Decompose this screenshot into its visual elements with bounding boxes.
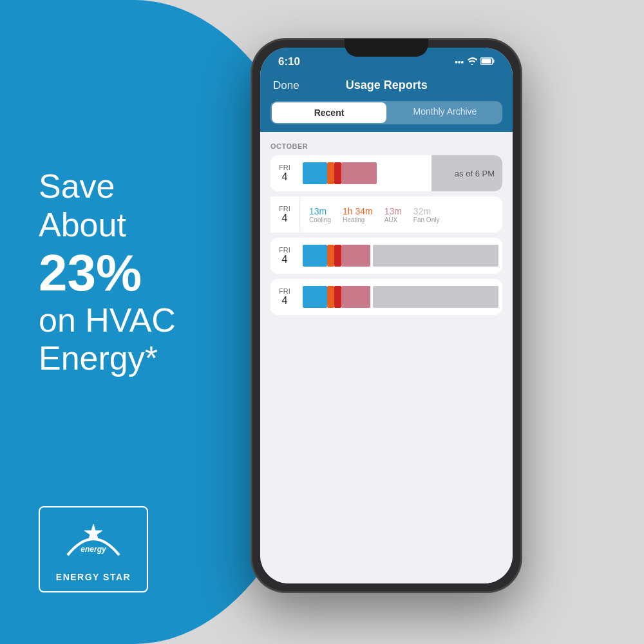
bar-aux — [341, 162, 377, 184]
bar-aux — [341, 245, 370, 267]
signal-icon: ▪▪▪ — [455, 57, 464, 67]
headline-energy: Energy* — [39, 339, 158, 377]
header-title: Usage Reports — [346, 79, 428, 92]
status-icons: ▪▪▪ — [455, 57, 495, 67]
heating-value: 1h 34m — [343, 206, 373, 216]
segment-inner: Recent Monthly Archive — [270, 101, 502, 124]
bar-aux — [341, 286, 370, 308]
detail-stats: 13m Cooling 1h 34m Heating 13m AUX 32m — [299, 196, 502, 232]
date-cell: FRI 4 — [270, 196, 299, 232]
stat-heating: 1h 34m Heating — [339, 206, 373, 223]
bar-heating-orange — [327, 245, 334, 267]
bar-gray — [373, 245, 498, 267]
bar-area — [299, 155, 431, 191]
headline-about: About — [39, 206, 126, 243]
section-month-label: OCTOBER — [270, 142, 502, 150]
bar-cooling — [303, 286, 327, 308]
usage-stat: as of 6 PM — [431, 155, 502, 191]
stat-fan: 32m Fan Only — [410, 206, 440, 223]
bar-heating-red — [334, 162, 341, 184]
phone-shell: 6:10 ▪▪▪ Done Usage Reports — [251, 39, 522, 592]
done-button[interactable]: Done — [273, 79, 299, 92]
tab-recent[interactable]: Recent — [272, 102, 386, 123]
cooling-label: Cooling — [309, 216, 331, 223]
bar-heating-orange — [327, 286, 334, 308]
app-header: Done Usage Reports — [260, 72, 513, 101]
day-name: FRI — [279, 164, 290, 171]
svg-text:energy: energy — [80, 545, 107, 554]
day-num: 4 — [282, 171, 288, 183]
bar-area — [299, 279, 502, 315]
stat-cooling: 13m Cooling — [305, 206, 331, 223]
table-row: FRI 4 — [270, 279, 502, 315]
date-cell: FRI 4 — [270, 279, 299, 315]
aux-value: 13m — [384, 206, 402, 216]
phone-notch — [345, 48, 428, 57]
headline-save: Save — [39, 167, 115, 205]
headline-hvac: on HVAC — [39, 301, 176, 339]
table-row: FRI 4 — [270, 238, 502, 274]
segment-control: Recent Monthly Archive — [260, 101, 513, 132]
bar-heating-red — [334, 245, 341, 267]
table-row: FRI 4 13m Cooling 1h 34m Heating — [270, 196, 502, 232]
day-name: FRI — [279, 205, 290, 213]
bar-heating-red — [334, 286, 341, 308]
headline-percent: 23% — [39, 245, 176, 301]
day-name: FRI — [279, 287, 290, 295]
day-name: FRI — [279, 246, 290, 254]
fan-label: Fan Only — [413, 216, 440, 223]
status-time: 6:10 — [278, 55, 300, 68]
energy-star-box: energy ENERGY STAR — [39, 506, 148, 592]
phone-screen: 6:10 ▪▪▪ Done Usage Reports — [260, 48, 513, 583]
wifi-icon — [467, 57, 477, 67]
energy-star-label: ENERGY STAR — [56, 572, 131, 582]
tab-monthly-archive[interactable]: Monthly Archive — [388, 101, 502, 124]
svg-rect-4 — [482, 59, 491, 63]
bar-area — [299, 238, 502, 274]
date-cell: FRI 4 — [270, 238, 299, 274]
day-num: 4 — [282, 213, 288, 224]
energy-star-logo: energy — [55, 516, 132, 568]
left-panel: Save About 23% on HVAC Energy* — [39, 167, 176, 378]
aux-label: AUX — [384, 216, 398, 223]
fan-value: 32m — [413, 206, 431, 216]
bar-gray — [373, 286, 498, 308]
table-row: FRI 4 as of 6 PM — [270, 155, 502, 191]
app-content: OCTOBER FRI 4 as of 6 PM — [260, 132, 513, 583]
bar-heating-orange — [327, 162, 334, 184]
battery-icon — [480, 57, 495, 67]
day-num: 4 — [282, 254, 288, 265]
bar-cooling — [303, 162, 327, 184]
phone-wrapper: 6:10 ▪▪▪ Done Usage Reports — [251, 39, 522, 592]
cooling-value: 13m — [309, 206, 327, 216]
stat-aux: 13m AUX — [381, 206, 402, 223]
bar-cooling — [303, 245, 327, 267]
stat-text: as of 6 PM — [455, 169, 495, 178]
date-cell: FRI 4 — [270, 155, 299, 191]
day-num: 4 — [282, 295, 288, 307]
svg-rect-3 — [493, 59, 495, 62]
heating-label: Heating — [343, 216, 365, 223]
